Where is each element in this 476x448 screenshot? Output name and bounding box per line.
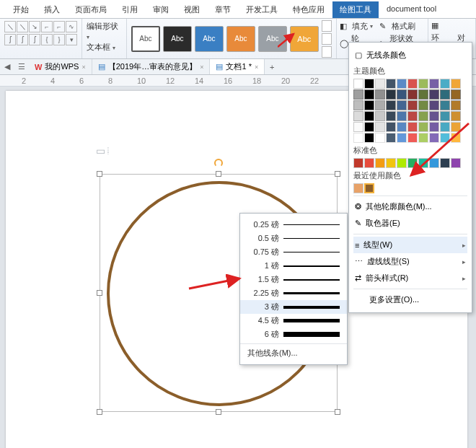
theme-swatch[interactable]	[386, 79, 396, 89]
doctab-add-button[interactable]: +	[265, 63, 279, 71]
theme-swatch[interactable]	[397, 79, 407, 89]
line-weight-0.5 磅[interactable]: 0.5 磅	[240, 232, 347, 245]
line-weight-1 磅[interactable]: 1 磅	[240, 259, 347, 273]
gallery-expand-button[interactable]	[322, 46, 332, 58]
line-weight-3 磅[interactable]: 3 磅	[240, 300, 347, 314]
more-colors-item[interactable]: ❂其他轮廓颜色(M)...	[353, 198, 467, 215]
line-weight-0.25 磅[interactable]: 0.25 磅	[240, 218, 347, 232]
theme-swatch[interactable]	[375, 100, 385, 110]
style-preset-5[interactable]: Abc	[258, 26, 287, 52]
theme-swatch[interactable]	[440, 89, 450, 100]
standard-swatch[interactable]	[418, 158, 428, 168]
doctab-wps[interactable]: W我的WPS×	[29, 59, 92, 74]
standard-swatch[interactable]	[375, 158, 385, 168]
line-type-item[interactable]: ≡线型(W)▸	[353, 237, 467, 253]
standard-swatch[interactable]	[429, 158, 439, 168]
line-weight-6 磅[interactable]: 6 磅	[240, 328, 347, 341]
theme-swatch[interactable]	[407, 100, 418, 110]
theme-swatch[interactable]	[407, 111, 418, 121]
theme-swatch[interactable]	[375, 122, 385, 132]
theme-swatch[interactable]	[429, 89, 439, 100]
shape-line2-icon[interactable]: ＼	[17, 21, 28, 32]
theme-swatch[interactable]	[386, 89, 396, 100]
theme-swatch[interactable]	[364, 122, 374, 132]
shape-arrow-icon[interactable]: ↘	[29, 21, 40, 32]
standard-swatch[interactable]	[407, 158, 418, 168]
tab-review[interactable]: 审阅	[146, 1, 176, 18]
theme-swatch[interactable]	[418, 89, 428, 100]
theme-swatch[interactable]	[364, 79, 374, 89]
theme-swatch[interactable]	[418, 100, 428, 110]
no-line-item[interactable]: ▢无线条颜色	[353, 47, 467, 63]
tab-layout[interactable]: 页面布局	[68, 1, 114, 18]
doctab-menu-button[interactable]: ☰	[14, 62, 29, 71]
fill-button[interactable]: 填充	[352, 21, 368, 32]
theme-swatch[interactable]	[386, 122, 396, 132]
style-preset-1[interactable]: Abc	[131, 26, 160, 52]
doctab-doc2[interactable]: ▤文档1 *×	[210, 59, 265, 74]
tab-view[interactable]: 视图	[177, 1, 207, 18]
tab-insert[interactable]: 插入	[37, 1, 67, 18]
tab-section[interactable]: 章节	[208, 1, 238, 18]
tab-feature[interactable]: 特色应用	[286, 1, 332, 18]
theme-swatch[interactable]	[440, 133, 450, 143]
style-preset-6[interactable]: Abc	[290, 26, 319, 52]
line-weight-0.75 磅[interactable]: 0.75 磅	[240, 245, 347, 259]
shape-more-icon[interactable]: ▾	[66, 34, 77, 45]
recent-swatch-1[interactable]	[353, 183, 363, 193]
shape-brace2-icon[interactable]: }	[53, 34, 65, 45]
theme-swatch[interactable]	[364, 100, 374, 110]
style-preset-2[interactable]: Abc	[163, 26, 192, 52]
doctab-prev-button[interactable]: ◀	[0, 62, 14, 71]
shape-free3-icon[interactable]: ʃ	[29, 34, 40, 45]
theme-swatch[interactable]	[440, 122, 450, 132]
theme-swatch[interactable]	[397, 122, 407, 132]
theme-swatch[interactable]	[451, 122, 461, 132]
handle-tl[interactable]	[97, 171, 102, 177]
handle-t[interactable]	[216, 171, 221, 177]
theme-swatch[interactable]	[407, 133, 418, 143]
theme-swatch[interactable]	[397, 111, 407, 121]
handle-l[interactable]	[97, 290, 102, 296]
handle-b[interactable]	[216, 409, 221, 415]
standard-swatch[interactable]	[440, 158, 450, 168]
theme-swatch[interactable]	[364, 111, 374, 121]
line-weight-1.5 磅[interactable]: 1.5 磅	[240, 273, 347, 286]
theme-swatch[interactable]	[386, 100, 396, 110]
tab-dev[interactable]: 开发工具	[239, 1, 285, 18]
rotate-handle[interactable]	[214, 159, 223, 167]
theme-swatch[interactable]	[397, 100, 407, 110]
shape-free2-icon[interactable]: ʃ	[17, 34, 28, 45]
theme-swatch[interactable]	[418, 79, 428, 89]
theme-swatch[interactable]	[451, 100, 461, 110]
theme-swatch[interactable]	[375, 79, 385, 89]
handle-bl[interactable]	[97, 409, 102, 415]
theme-swatch[interactable]	[353, 79, 363, 89]
handle-br[interactable]	[335, 409, 340, 415]
theme-swatch[interactable]	[451, 79, 461, 89]
theme-swatch[interactable]	[353, 100, 363, 110]
theme-swatch[interactable]	[353, 111, 363, 121]
dash-type-item[interactable]: ⋯虚线线型(S)▸	[353, 253, 467, 270]
format-brush-button[interactable]: 格式刷	[392, 21, 415, 32]
theme-swatch[interactable]	[364, 133, 374, 143]
gallery-down-button[interactable]	[322, 33, 332, 45]
theme-swatch[interactable]	[418, 122, 428, 132]
theme-swatch[interactable]	[429, 111, 439, 121]
shape-curve-icon[interactable]: ∿	[66, 21, 77, 32]
theme-swatch[interactable]	[407, 122, 418, 132]
theme-swatch[interactable]	[440, 111, 450, 121]
arrow-style-item[interactable]: ⇄箭头样式(R)▸	[353, 270, 467, 286]
theme-swatch[interactable]	[353, 133, 363, 143]
theme-swatch[interactable]	[375, 133, 385, 143]
theme-swatch[interactable]	[418, 133, 428, 143]
theme-swatch[interactable]	[440, 100, 450, 110]
theme-swatch[interactable]	[386, 111, 396, 121]
theme-swatch[interactable]	[451, 111, 461, 121]
doctab-doc1[interactable]: ▤【2019年…审表的意见】×	[92, 59, 211, 74]
tab-doctool[interactable]: document tool	[379, 1, 444, 18]
shape-connector2-icon[interactable]: ⌐	[53, 21, 65, 32]
style-preset-3[interactable]: Abc	[195, 26, 224, 52]
tab-drawing-tools[interactable]: 绘图工具	[332, 1, 379, 18]
eyedropper-item[interactable]: ✎取色器(E)	[353, 215, 467, 232]
